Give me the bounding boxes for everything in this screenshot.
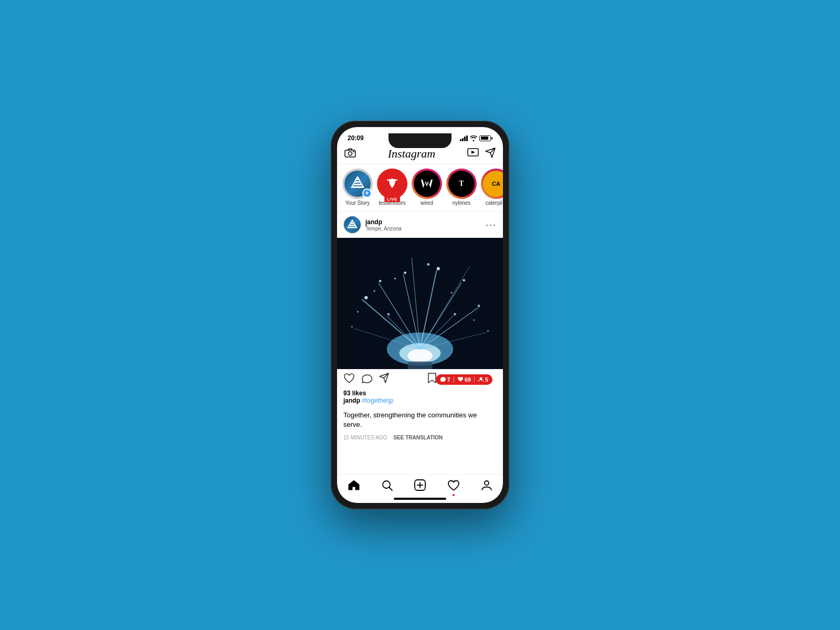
- post-user-info[interactable]: jandp Tempe, Arizona: [343, 216, 402, 234]
- story-caterpillar[interactable]: CA caterpil...: [482, 170, 503, 206]
- notch: [388, 133, 452, 148]
- home-indicator: [394, 498, 446, 500]
- svg-rect-52: [407, 362, 432, 369]
- svg-rect-10: [348, 227, 356, 228]
- svg-rect-11: [349, 225, 355, 226]
- svg-rect-2: [353, 151, 354, 152]
- post-user-details: jandp Tempe, Arizona: [365, 218, 402, 232]
- bookmark-button[interactable]: [427, 372, 437, 386]
- svg-point-38: [404, 271, 406, 274]
- svg-point-36: [364, 296, 368, 299]
- nav-dot: [453, 494, 455, 496]
- svg-marker-9: [421, 180, 433, 188]
- comment-button[interactable]: [361, 373, 373, 386]
- phone-screen: 20:09: [337, 127, 503, 503]
- story-your-story[interactable]: + Your Story: [343, 170, 372, 206]
- share-button[interactable]: [379, 373, 390, 386]
- story-label-your-story: Your Story: [345, 200, 370, 206]
- signal-icon: [460, 135, 468, 141]
- svg-point-1: [349, 152, 352, 155]
- post-actions: 7 69: [337, 369, 503, 390]
- story-nytimes[interactable]: T nytimes: [447, 170, 476, 206]
- post-user-caption: jandp #togetherjp: [337, 397, 503, 406]
- post-header: jandp Tempe, Arizona ···: [337, 212, 503, 238]
- post-caption-area: Together, strengthening the communities …: [337, 406, 503, 434]
- svg-point-61: [485, 481, 489, 485]
- phone-mockup: 20:09: [331, 121, 509, 509]
- svg-point-37: [379, 280, 382, 282]
- heart-nav-icon[interactable]: [447, 479, 460, 494]
- caption-username: jandp: [343, 397, 360, 404]
- see-translation-button[interactable]: SEE TRANSLATION: [393, 435, 443, 440]
- svg-line-57: [390, 488, 393, 491]
- comment-count: 7: [440, 376, 450, 383]
- tv-icon[interactable]: [467, 148, 479, 160]
- story-label-nytimes: nytimes: [453, 200, 470, 206]
- add-story-badge: +: [362, 188, 372, 198]
- svg-point-39: [437, 267, 440, 270]
- svg-rect-4: [352, 186, 363, 188]
- post-meta: 15 MINUTES AGO SEE TRANSLATION: [337, 434, 503, 443]
- add-nav-icon[interactable]: [414, 479, 426, 495]
- post-image-area: jandp@jandp.net • www.jandp.net: [337, 238, 503, 369]
- live-badge: LIVE: [384, 196, 400, 202]
- like-button[interactable]: [343, 373, 355, 386]
- svg-point-42: [387, 313, 390, 316]
- app-title: Instagram: [388, 147, 435, 161]
- post-time: 15 MINUTES AGO: [343, 435, 387, 440]
- post-more-button[interactable]: ···: [486, 219, 497, 230]
- story-label-caterpillar: caterpil...: [486, 200, 503, 206]
- svg-point-49: [427, 263, 429, 266]
- likes-count-notif: 69: [457, 376, 471, 383]
- post-caption-text: Together, strengthening the communities …: [343, 411, 497, 429]
- profile-nav-icon[interactable]: [481, 479, 492, 494]
- status-time: 20:09: [348, 134, 364, 142]
- story-label-wired: wired: [421, 200, 433, 206]
- followers-count-notif: 5: [478, 376, 488, 383]
- camera-icon[interactable]: [344, 148, 356, 160]
- svg-point-45: [351, 326, 353, 328]
- svg-point-40: [463, 279, 465, 281]
- story-teslamotors[interactable]: LIVE teslamotors: [378, 170, 406, 206]
- svg-point-50: [450, 292, 452, 293]
- likes-count: 93 likes: [337, 390, 503, 397]
- svg-point-51: [473, 319, 475, 321]
- caption-hashtag[interactable]: #togetherjp: [362, 397, 393, 404]
- post-username: jandp: [365, 218, 402, 226]
- notification-bubble: 7 69: [436, 374, 493, 385]
- home-nav-icon[interactable]: [348, 479, 360, 494]
- feed-scroll[interactable]: jandp Tempe, Arizona ··· jandp@jandp.net…: [337, 212, 503, 474]
- status-icons: [460, 135, 492, 141]
- svg-point-55: [479, 377, 482, 380]
- battery-icon: [479, 135, 492, 141]
- svg-point-44: [487, 330, 489, 332]
- svg-point-41: [478, 304, 480, 307]
- svg-point-47: [374, 290, 375, 292]
- svg-point-43: [454, 313, 456, 316]
- stories-row: + Your Story LIVE: [337, 164, 503, 212]
- wifi-icon: [470, 135, 477, 141]
- send-icon[interactable]: [485, 148, 496, 161]
- story-wired[interactable]: wired: [413, 170, 441, 206]
- svg-point-46: [357, 311, 359, 312]
- svg-rect-0: [345, 150, 355, 157]
- svg-point-23: [407, 349, 432, 362]
- svg-rect-5: [353, 184, 362, 185]
- search-nav-icon[interactable]: [381, 479, 393, 494]
- post-location: Tempe, Arizona: [365, 226, 402, 232]
- post-avatar: [343, 216, 361, 234]
- svg-point-48: [394, 278, 396, 279]
- post-actions-left: [343, 373, 390, 386]
